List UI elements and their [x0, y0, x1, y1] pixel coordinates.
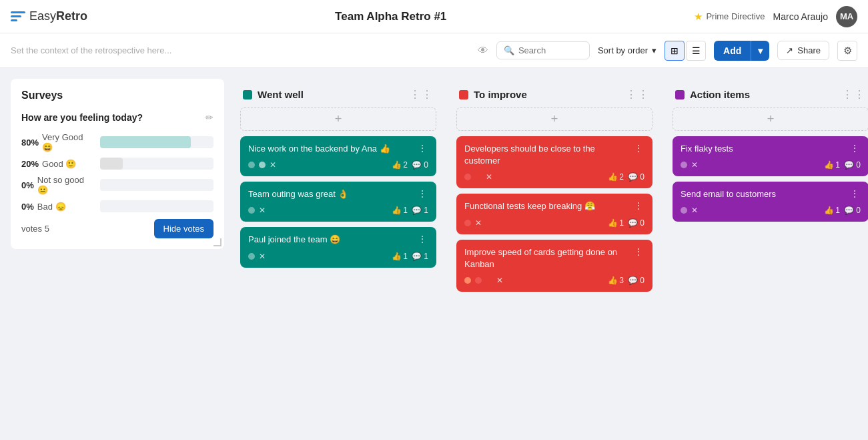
- search-icon: 🔍: [504, 45, 514, 55]
- card-menu-ai1[interactable]: ⋮: [850, 143, 861, 154]
- card-close-ai2[interactable]: ✕: [691, 206, 698, 215]
- card-comment-ai1[interactable]: 💬 0: [844, 160, 861, 170]
- card-menu-2[interactable]: ⋮: [418, 188, 428, 199]
- card-footer-ai2: ✕ 👍 1 💬 0: [681, 206, 861, 215]
- card-dot-ai1a: [681, 162, 687, 168]
- column-header-action-items: Action items ⋮⋮: [673, 84, 868, 107]
- survey-fill-good: [100, 158, 123, 170]
- settings-button[interactable]: ⚙: [837, 41, 857, 61]
- card-vote-ti2[interactable]: 👍 1: [608, 218, 624, 228]
- card-footer-2: ✕ 👍 1 💬 1: [248, 206, 428, 215]
- card-close-ti3[interactable]: ✕: [496, 276, 503, 285]
- eye-button[interactable]: 👁: [478, 45, 488, 57]
- col-dot-action-items: [675, 90, 685, 99]
- card-dot-1a: [248, 162, 255, 168]
- card-menu-ti2[interactable]: ⋮: [634, 200, 644, 211]
- col-title-action-items: Action items: [690, 89, 837, 100]
- card-went-well-1: Nice work on the backend by Ana 👍 ⋮ ✕ 👍 …: [240, 136, 436, 176]
- card-footer-ti3: ✕ 👍 3 💬 0: [464, 276, 644, 285]
- card-comment-ti1[interactable]: 💬 0: [628, 172, 644, 182]
- card-action-1: Fix flaky tests ⋮ ✕ 👍 1 💬 0: [673, 136, 868, 176]
- card-menu-1[interactable]: ⋮: [418, 143, 428, 154]
- card-header-1: Nice work on the backend by Ana 👍 ⋮: [248, 143, 428, 155]
- search-input[interactable]: [518, 45, 582, 55]
- card-dot-ai2a: [681, 207, 687, 214]
- card-dot-ti3a: [464, 277, 471, 284]
- col-more-to-improve[interactable]: ⋮⋮: [626, 88, 650, 101]
- votes-row: votes 5 Hide votes: [21, 219, 213, 238]
- card-comment-2[interactable]: 💬 1: [412, 206, 428, 215]
- share-button[interactable]: ↗ Share: [777, 41, 829, 60]
- card-vote-ti3[interactable]: 👍 3: [608, 276, 624, 285]
- thumbs-up-icon-ti3: 👍: [608, 276, 618, 285]
- survey-bar-bad: 0% Bad 😞: [21, 200, 213, 212]
- card-menu-ti1[interactable]: ⋮: [634, 143, 644, 154]
- share-icon: ↗: [786, 45, 793, 55]
- board: Surveys How are you feeling today? ✏ 80%…: [0, 68, 868, 313]
- header-right: ★ Prime Directive Marco Araujo MA: [694, 6, 857, 27]
- resize-handle[interactable]: [213, 238, 222, 246]
- chevron-down-icon: ▾: [652, 45, 657, 55]
- card-close-3[interactable]: ✕: [259, 252, 266, 261]
- card-dot-ti3c: [486, 277, 492, 284]
- card-close-1[interactable]: ✕: [270, 160, 276, 170]
- survey-track-very-good: [100, 136, 213, 148]
- col-more-went-well[interactable]: ⋮⋮: [410, 88, 434, 101]
- avatar[interactable]: MA: [836, 6, 857, 27]
- add-card-to-improve[interactable]: +: [456, 107, 653, 131]
- hide-votes-button[interactable]: Hide votes: [154, 219, 213, 238]
- survey-label-good: 20% Good 🙂: [21, 159, 95, 169]
- logo-retro: Retro: [56, 9, 87, 23]
- card-close-ti2[interactable]: ✕: [475, 218, 482, 228]
- share-label: Share: [797, 45, 821, 55]
- survey-question-text: How are you feeling today?: [21, 112, 143, 123]
- survey-bar-not-so-good: 0% Not so good 😐: [21, 175, 213, 195]
- card-close-ai1[interactable]: ✕: [691, 160, 698, 170]
- prime-directive-link[interactable]: ★ Prime Directive: [694, 11, 765, 23]
- card-header-3: Paul joined the team 😄 ⋮: [248, 234, 428, 246]
- card-text-1: Nice work on the backend by Ana 👍: [248, 143, 414, 155]
- sort-button[interactable]: Sort by order ▾: [598, 45, 657, 55]
- column-to-improve: To improve ⋮⋮ + Developers should be clo…: [451, 79, 658, 302]
- view-toggle: ⊞ ☰: [665, 41, 706, 61]
- list-view-button[interactable]: ☰: [686, 41, 706, 61]
- card-comment-ti3[interactable]: 💬 0: [628, 276, 644, 285]
- card-vote-3[interactable]: 👍 1: [392, 252, 408, 261]
- card-menu-ti3[interactable]: ⋮: [634, 246, 644, 257]
- add-button[interactable]: Add ▾: [714, 41, 769, 61]
- card-menu-ai2[interactable]: ⋮: [850, 188, 861, 199]
- card-comment-ai2[interactable]: 💬 0: [844, 206, 861, 215]
- surveys-title: Surveys: [21, 89, 213, 101]
- card-vote-ai2[interactable]: 👍 1: [824, 206, 840, 215]
- grid-view-button[interactable]: ⊞: [665, 41, 685, 61]
- col-more-action-items[interactable]: ⋮⋮: [842, 88, 866, 101]
- add-dropdown-arrow[interactable]: ▾: [751, 41, 769, 61]
- card-comment-ti2[interactable]: 💬 0: [628, 218, 644, 228]
- card-comment-1[interactable]: 💬 0: [412, 160, 428, 170]
- card-header-ti2: Functional tests keep breaking 😤 ⋮: [464, 200, 644, 212]
- add-card-action-items[interactable]: +: [673, 107, 868, 131]
- card-comment-3[interactable]: 💬 1: [412, 252, 428, 261]
- subheader: Set the context of the retrospective her…: [0, 33, 868, 68]
- card-vote-1[interactable]: 👍 2: [392, 160, 408, 170]
- thumbs-up-icon-ti1: 👍: [608, 172, 618, 182]
- user-name: Marco Araujo: [773, 11, 828, 22]
- edit-icon[interactable]: ✏: [205, 112, 213, 123]
- card-dot-ti2a: [464, 220, 471, 226]
- card-vote-ti1[interactable]: 👍 2: [608, 172, 624, 182]
- thumbs-up-icon-1: 👍: [392, 160, 402, 170]
- survey-track-not-so-good: [100, 179, 213, 191]
- card-close-2[interactable]: ✕: [259, 206, 266, 215]
- add-card-went-well[interactable]: +: [240, 107, 436, 131]
- card-menu-3[interactable]: ⋮: [418, 234, 428, 244]
- thumbs-up-icon-2: 👍: [392, 206, 402, 215]
- context-text: Set the context of the retrospective her…: [11, 45, 470, 55]
- survey-bar-very-good: 80% Very Good 😄: [21, 132, 213, 152]
- card-footer-ti2: ✕ 👍 1 💬 0: [464, 218, 644, 228]
- votes-text: votes 5: [21, 224, 49, 234]
- col-dot-went-well: [243, 90, 252, 99]
- card-vote-2[interactable]: 👍 1: [392, 206, 408, 215]
- card-close-ti1[interactable]: ✕: [486, 172, 492, 182]
- card-vote-ai1[interactable]: 👍 1: [824, 160, 840, 170]
- card-footer-3: ✕ 👍 1 💬 1: [248, 252, 428, 261]
